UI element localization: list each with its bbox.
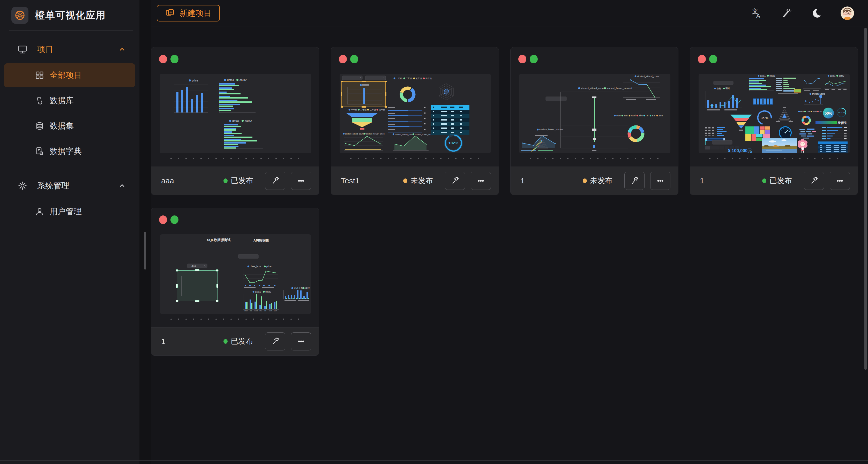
window-dot-green [350,55,358,63]
status-dot [223,339,227,344]
project-card[interactable]: SQL数据源测试 API数据集 一年级 [151,208,319,355]
svg-text:二年级: 二年级 [360,109,367,111]
group-label: 系统管理 [37,180,69,191]
magic-wand-icon[interactable] [781,7,793,19]
sidebar-item-dataset[interactable]: 数据集 [4,114,135,138]
svg-text:Fri: Fri [646,114,648,117]
mini-photo [762,138,797,153]
status-label: 已发布 [770,176,792,186]
sidebar-item-data-dictionary[interactable]: 数据字典 [4,140,135,163]
project-name: 1 [700,176,762,185]
svg-text:合计价格: 合计价格 [294,287,303,289]
mini-arc-gauge: 36 % [756,109,773,126]
project-thumbnail[interactable]: SQL数据源测试 API数据集 一年级 [160,234,311,314]
card-footer: 1 未发布 [510,166,678,195]
sidebar-group-system[interactable]: 系统管理 [0,173,139,198]
status-label: 未发布 [590,176,613,186]
mini-money-label: ¥ 100,000元 [728,148,752,153]
window-dot-green [709,55,717,63]
sidebar-group-projects[interactable]: 项目 [0,37,139,62]
edit-project-button[interactable] [804,172,824,190]
window-dot-red [518,55,526,63]
ellipsis-icon [296,336,306,347]
mini-bar-chart: data1 data2 MonTue WedThu FriSat [243,290,279,312]
project-card[interactable]: 价格 课时 data1 data2 [690,47,858,195]
project-card[interactable]: student_attend_count student_attend_coun… [510,47,678,195]
link-icon [35,96,44,105]
edit-project-button[interactable] [624,172,645,190]
svg-text:36 %: 36 % [761,116,768,120]
svg-text:50%: 50% [825,111,832,115]
project-thumbnail[interactable]: 一年级 二年级 三年级 四年级 student_attend_count stu… [340,74,491,153]
mini-labeled-hbar [776,78,801,94]
more-actions-button[interactable] [830,172,850,190]
thumbnail-dashboard: 价格 课时 data1 data2 [699,74,850,153]
more-actions-button[interactable] [471,172,491,190]
chevron-up-icon [119,46,126,53]
svg-text:Th: Th [819,111,822,113]
status-label: 已发布 [231,176,253,186]
more-actions-button[interactable] [650,172,671,190]
project-card[interactable]: 一年级 二年级 三年级 四年级 student_attend_count stu… [331,47,499,195]
svg-text:Sat: Sat [652,114,655,117]
edit-project-button[interactable] [265,332,285,350]
svg-text:Wed: Wed [813,111,817,113]
status-badge: 已发布 [762,176,792,186]
thumbnail-dashboard: 一年级 二年级 三年级 四年级 student_attend_count stu… [340,74,491,153]
svg-text:data2: data2 [240,79,247,82]
svg-text:Sun: Sun [274,310,277,312]
new-project-label: 新建项目 [180,8,212,19]
monitor-icon [17,44,28,55]
status-label: 未发布 [410,176,433,186]
hammer-icon [450,176,460,186]
more-actions-button[interactable] [291,172,311,190]
project-thumbnail[interactable]: student_attend_count student_attend_coun… [519,74,671,153]
svg-text:class_hour: class_hour [250,265,261,268]
mini-dropdown [238,254,258,258]
svg-text:一年级: 一年级 [351,109,357,111]
project-thumbnail[interactable]: 价格 课时 data1 data2 [699,74,850,153]
sidebar-item-label: 全部项目 [50,70,82,81]
sidebar-header-divider [9,30,133,31]
project-card[interactable]: price data1 data2 [151,47,319,195]
moon-icon[interactable] [811,7,823,19]
mini-bar-chart: 合计价格 课时 [283,287,310,301]
mini-percent-ring: 25.00% [837,108,846,117]
svg-text:chineseScore: chineseScore [812,93,825,95]
svg-text:课时: 课时 [305,287,310,289]
left-scrollbar-thumb[interactable] [144,232,146,270]
mini-dropdowns [342,76,385,80]
svg-text:student_flower_amount: student_flower_amount [539,128,564,131]
svg-text:data1: data1 [830,74,836,77]
status-dot [762,179,766,183]
hammer-icon [270,336,280,347]
translate-icon[interactable]: 文 A [751,7,763,19]
status-dot [223,179,227,183]
edit-project-button[interactable] [265,172,285,190]
svg-text:student_attend_count: student_attend_count [637,75,659,78]
mini-donut-chart: Mon Tue Wed Thu Fri Sat Sun [614,114,663,143]
sidebar-item-all-projects[interactable]: 全部项目 [4,63,135,87]
avatar[interactable] [841,6,854,20]
mini-dropdown [546,97,566,101]
mini-hbar-chart: data1 data2 [219,79,255,113]
svg-text:三年级: 三年级 [416,78,422,80]
more-actions-button[interactable] [291,332,311,350]
hammer-icon [270,176,280,186]
mini-combo-chart: 价格 课时 [706,87,742,111]
sidebar-item-user-management[interactable]: 用户管理 [4,200,135,223]
bottom-divider [0,460,868,461]
project-name: 1 [520,176,583,185]
grid-icon [35,70,44,80]
group-label: 项目 [37,44,53,55]
mini-mascot [798,139,807,153]
project-thumbnail[interactable]: price data1 data2 [160,74,311,153]
edit-project-button[interactable] [445,172,465,190]
sidebar-item-database[interactable]: 数据库 [4,89,135,113]
svg-text:student_attend_count: student_attend_count [395,133,413,135]
mini-area-chart: student_attend_count student_flower_amou… [393,133,435,151]
window-dot-red [698,55,706,63]
new-project-button[interactable]: 新建项目 [157,5,220,22]
right-scrollbar-thumb[interactable] [864,28,867,370]
mini-dropdown [714,81,733,85]
